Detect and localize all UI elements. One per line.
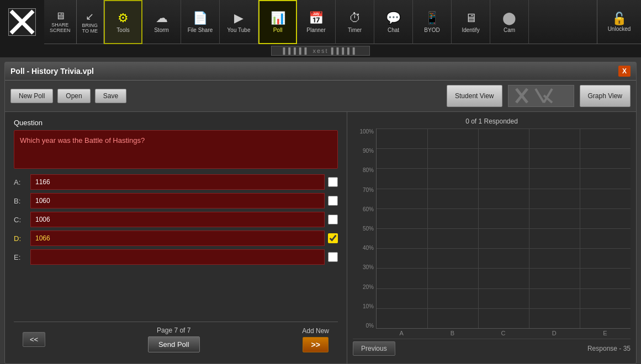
graph-view-button[interactable]: Graph View [580,85,631,107]
answer-letter-e: E: [14,253,30,261]
poll-bottom-nav: << Page 7 of 7 Send Poll Add New >> [14,322,338,357]
answer-input-a[interactable] [30,174,325,190]
poll-toolbar-right: Student View Graph View [447,85,631,107]
toolbar: 🖥 SHARESCREEN ↙ BRINGTO ME ⚙ Tools ☁ Sto… [0,0,641,44]
new-poll-button[interactable]: New Poll [10,89,53,103]
cam-icon: ⬤ [502,11,516,25]
y-axis: 100% 90% 80% 70% 60% 50% 40% 30% 20% 10%… [353,129,374,329]
y-label-90: 90% [353,148,374,154]
answer-input-d[interactable] [30,231,325,246]
save-button[interactable]: Save [95,89,126,103]
x-axis-labels: A B C D E [353,330,631,336]
cam-label: Cam [504,27,515,33]
logo-watermark [508,85,574,107]
next-page-button[interactable]: >> [303,337,328,352]
toolbar-item-planner[interactable]: 📅 Planner [297,0,336,44]
fileshare-label: File Share [188,27,213,33]
toolbar-item-byod[interactable]: 📱 BYOD [413,0,452,44]
y-label-100: 100% [353,129,374,135]
bring-to-me-label: BRINGTO ME [82,23,98,34]
answer-input-c[interactable] [30,212,325,227]
answer-check-a[interactable] [328,177,338,187]
y-label-20: 20% [353,284,374,290]
tools-label: Tools [116,27,129,33]
unlocked-label: Unlocked [608,26,631,32]
y-label-50: 50% [353,226,374,232]
byod-icon: 📱 [425,11,439,25]
watermark-icon [513,86,569,106]
answer-row-b: B: [14,193,338,208]
timer-label: Timer [348,27,362,33]
page-info: Page 7 of 7 [157,326,190,334]
question-text: Which year was the Battle of Hastings? [14,130,338,169]
chart-grid [376,129,631,329]
toolbar-item-chat[interactable]: 💬 Chat [374,0,413,44]
tools-icon: ⚙ [118,11,129,25]
answer-check-d[interactable] [328,233,338,243]
answer-letter-a: A: [14,178,30,186]
x-label-b: B [427,330,478,336]
answer-letter-b: B: [14,197,30,205]
toolbar-item-tools[interactable]: ⚙ Tools [104,0,142,44]
prev-page-button[interactable]: << [23,332,45,347]
youtube-icon: ▶ [234,11,243,25]
answer-input-e[interactable] [30,249,325,265]
chart-bottom-row: Previous Response - 35 [353,339,631,358]
answer-check-c[interactable] [328,215,338,224]
add-new-group: Add New >> [302,327,329,352]
y-label-80: 80% [353,167,374,173]
student-view-button[interactable]: Student View [447,85,502,107]
toolbar-item-poll[interactable]: 📊 Poll [258,0,297,44]
open-button[interactable]: Open [57,89,90,103]
response-label: Response - 35 [587,345,631,352]
poll-body: Question Which year was the Battle of Ha… [5,112,636,363]
toolbar-item-fileshare[interactable]: 📄 File Share [181,0,220,44]
toolbar-items: ⚙ Tools ☁ Storm 📄 File Share ▶ You Tube … [104,0,597,44]
toolbar-item-cam[interactable]: ⬤ Cam [490,0,529,44]
unlock-icon: 🔓 [612,12,627,26]
x-label-a: A [376,330,427,336]
answer-letter-c: C: [14,216,30,224]
answer-letter-d: D: [14,234,30,243]
answer-input-b[interactable] [30,193,325,208]
timer-icon: ⏱ [349,11,361,25]
toolbar-item-storm[interactable]: ☁ Storm [142,0,181,44]
bring-to-me-group[interactable]: ↙ BRINGTO ME [77,0,104,44]
svg-line-6 [536,89,544,103]
chart-grid-wrapper: 100% 90% 80% 70% 60% 50% 40% 30% 20% 10%… [353,129,631,329]
youtube-label: You Tube [227,27,251,33]
answer-check-e[interactable] [328,252,338,262]
answer-check-b[interactable] [328,196,338,206]
poll-title-bar: Poll - History Trivia.vpl X [5,62,636,81]
poll-right-panel: 0 of 1 Responded 100% 90% 80% 70% 60% 50… [347,112,636,363]
x-label-d: D [529,330,580,336]
toolbar-item-youtube[interactable]: ▶ You Tube [220,0,258,44]
answer-row-a: A: [14,174,338,190]
storm-label: Storm [154,27,169,33]
answer-row-c: C: [14,212,338,227]
logo-icon [8,8,36,36]
answer-row-d: D: [14,231,338,246]
y-label-30: 30% [353,264,374,270]
chat-label: Chat [388,27,399,33]
unlock-group[interactable]: 🔓 Unlocked [597,0,641,44]
share-screen-group[interactable]: 🖥 SHARESCREEN [44,0,77,44]
poll-title: Poll - History Trivia.vpl [10,67,94,76]
chart-title: 0 of 1 Responded [353,117,631,125]
toolbar-item-timer[interactable]: ⏱ Timer [336,0,374,44]
xest-bar-text: ▌▌▌▌▌ xest ▌▌▌▌▌ [271,46,369,56]
previous-button[interactable]: Previous [353,341,395,356]
chart-area: 100% 90% 80% 70% 60% 50% 40% 30% 20% 10%… [353,129,631,336]
identify-icon: 🖥 [465,11,477,25]
poll-icon: 📊 [271,11,285,25]
y-label-10: 10% [353,303,374,309]
share-screen-icon: 🖥 [55,10,65,22]
bring-to-me-icon: ↙ [86,10,94,23]
send-poll-button[interactable]: Send Poll [148,336,200,352]
poll-toolbar: New Poll Open Save Student View Graph Vi… [5,81,636,112]
question-label: Question [14,119,338,127]
close-button[interactable]: X [618,66,631,77]
share-screen-label: SHARESCREEN [50,22,71,33]
toolbar-item-identify[interactable]: 🖥 Identify [452,0,490,44]
xest-bar: ▌▌▌▌▌ xest ▌▌▌▌▌ [0,44,641,57]
